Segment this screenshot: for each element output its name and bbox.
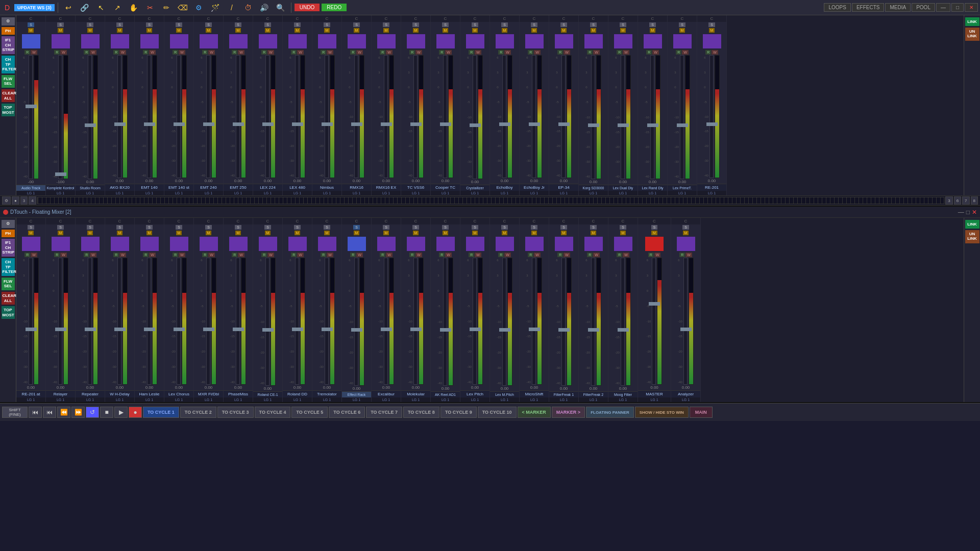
ch-fader-knob-14[interactable] [440,328,451,332]
ch-w-btn-11[interactable]: W [356,253,363,257]
ch-s-btn-13[interactable]: S [412,225,419,230]
ch-w-btn-12[interactable]: W [386,253,393,257]
ch-eq-btn-0[interactable] [22,34,40,48]
ch-w-btn-15[interactable]: W [475,253,481,257]
if1ch-strip-btn[interactable]: IF1 CH STRIP [2,36,15,54]
cursor-icon[interactable]: ↖ [94,1,108,14]
prev-button[interactable]: ⏮ [43,407,56,418]
if1ch-strip-btn-2[interactable]: IF1 CH STRIP [2,239,15,257]
ch-fader-knob-23[interactable] [706,122,718,126]
ch-r-btn-16[interactable]: R [498,253,504,257]
ch-m-btn-5[interactable]: M [176,28,182,33]
ch-w-btn-18[interactable]: W [564,253,570,257]
ch-r-btn-10[interactable]: R [321,50,326,55]
ch-eq-btn-17[interactable] [525,237,544,251]
ch-s-btn-17[interactable]: S [531,22,537,27]
clear-all-btn[interactable]: CLEAR ALL [2,89,15,102]
ch-eq-btn-22[interactable] [677,237,695,251]
ch-r-btn-11[interactable]: R [350,50,356,55]
ch-r-btn-9[interactable]: R [291,253,297,257]
ch-w-btn-9[interactable]: W [297,253,304,257]
ch-s-btn-20[interactable]: S [620,22,626,27]
ch-w-btn-17[interactable]: W [534,253,541,257]
ch-w-btn-6[interactable]: W [208,50,215,55]
ch-fader-knob-0[interactable] [26,328,37,331]
ch-r-btn-20[interactable]: R [617,253,622,257]
ch-m-btn-0[interactable]: M [28,28,34,33]
ch-m-btn-12[interactable]: M [383,231,389,235]
ch-fader-knob-12[interactable] [381,122,392,126]
ch-s-btn-5[interactable]: S [176,22,182,27]
ch-fader-knob-18[interactable] [558,122,570,126]
ch-s-btn-12[interactable]: S [383,22,389,27]
flw-sel-btn-2[interactable]: FLW SEL [2,278,15,290]
ch-eq-btn-9[interactable] [288,34,307,48]
unlink-button-1[interactable]: UN LINK [965,28,979,41]
ch-m-btn-22[interactable]: M [679,28,685,33]
ch-r-btn-19[interactable]: R [587,50,593,55]
ch-fader-knob-10[interactable] [322,328,333,331]
ch-fader-knob-17[interactable] [529,122,540,126]
marker-prev-button[interactable]: < MARKER [518,407,551,418]
hand-icon[interactable]: ✋ [127,1,141,14]
ch-s-btn-6[interactable]: S [205,225,212,230]
ch-fader-knob-18[interactable] [558,328,570,332]
ch-s-btn-7[interactable]: S [235,225,241,230]
ch-w-btn-16[interactable]: W [504,50,511,55]
ch-w-btn-13[interactable]: W [415,50,422,55]
ch-fader-knob-15[interactable] [470,328,481,331]
ch-s-btn-6[interactable]: S [205,22,212,27]
ch-m-btn-11[interactable]: M [354,231,360,235]
rewind-to-start-button[interactable]: ⏮ [29,407,42,418]
ch-r-btn-19[interactable]: R [587,253,593,257]
ch-r-btn-8[interactable]: R [261,50,267,55]
ch-eq-btn-23[interactable] [703,34,721,48]
ch-fader-knob-13[interactable] [410,328,422,331]
ch-fader-knob-21[interactable] [647,123,658,127]
ch-s-btn-1[interactable]: S [57,22,64,27]
to-cycle-10-button[interactable]: TO CYCLE 10 [478,407,517,418]
ph-btn-2[interactable]: PH [2,230,15,238]
ch-m-btn-21[interactable]: M [651,231,657,235]
ch-eq-btn-13[interactable] [407,34,425,48]
to-cycle-4-button[interactable]: TO CYCLE 4 [255,407,291,418]
clear-all-btn-2[interactable]: CLEAR ALL [2,292,15,305]
ch-r-btn-21[interactable]: R [646,50,652,55]
ch-r-btn-4[interactable]: R [143,253,149,257]
ch-r-btn-20[interactable]: R [617,50,622,55]
ch-m-btn-4[interactable]: M [146,28,153,33]
ch-w-btn-13[interactable]: W [415,253,422,257]
ch-eq-btn-16[interactable] [496,34,514,48]
ch-s-btn-8[interactable]: S [264,22,271,27]
ch-s-btn-4[interactable]: S [146,22,153,27]
ch-s-btn-19[interactable]: S [590,22,597,27]
ch-w-btn-10[interactable]: W [327,50,333,55]
to-cycle-9-button[interactable]: TO CYCLE 9 [440,407,477,418]
ch-m-btn-6[interactable]: M [206,28,212,33]
minimize-button[interactable]: — [936,3,950,12]
link-button-1[interactable]: LINK [965,17,979,26]
ch-fader-knob-15[interactable] [470,123,481,127]
undo-button[interactable]: UNDO [295,4,320,11]
ch-m-btn-13[interactable]: M [413,28,419,33]
ch-m-btn-8[interactable]: M [265,231,271,235]
ch-r-btn-0[interactable]: R [24,253,30,257]
top-most-btn[interactable]: TOP MOST [2,104,15,116]
ch-s-btn-13[interactable]: S [412,22,419,27]
floating-panner-button[interactable]: FLOATING PANNER [586,407,634,418]
ch-w-btn-3[interactable]: W [119,50,126,55]
ch-eq-btn-2[interactable] [81,34,100,48]
ch-w-btn-0[interactable]: W [31,253,37,257]
ch-m-btn-12[interactable]: M [383,28,389,33]
shift-fine-button[interactable]: SHIFT (FINE) [2,407,28,418]
ch-m-btn-19[interactable]: M [591,28,597,33]
ch-m-btn-19[interactable]: M [591,231,597,235]
ch-eq-btn-6[interactable] [200,34,218,48]
ch-m-btn-6[interactable]: M [206,231,212,235]
settings-btn-2[interactable]: ⚙ [2,220,15,228]
to-cycle-5-button[interactable]: TO CYCLE 5 [291,407,328,418]
line-icon[interactable]: / [225,1,239,14]
ch-s-btn-9[interactable]: S [294,225,301,230]
mixer-2-maximize[interactable]: □ [966,209,970,216]
pencil-icon[interactable]: ✏ [159,1,174,14]
